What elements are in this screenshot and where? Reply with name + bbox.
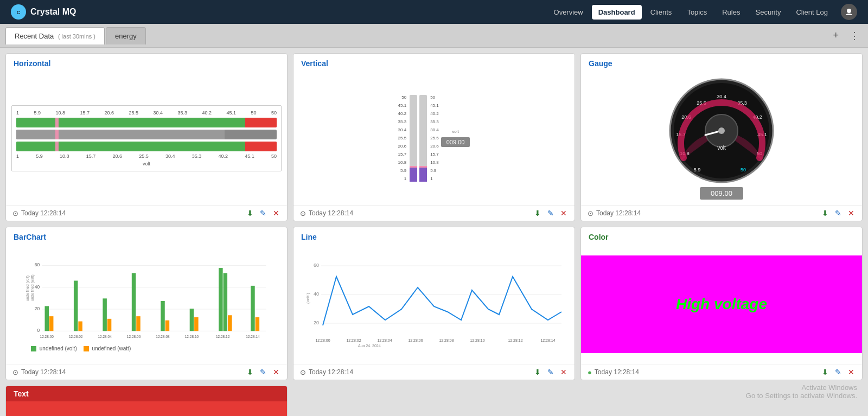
svg-rect-37	[132, 273, 136, 331]
svg-rect-33	[74, 280, 78, 331]
tab-energy-label: energy	[115, 32, 137, 40]
nav-links: Overview Dashboard Clients Topics Rules …	[547, 5, 834, 20]
h-bar-marker-1	[55, 118, 59, 127]
h-scale-bottom: 15.910.815.720.625.530.435.340.245.150	[16, 153, 277, 159]
edit-btn-l[interactable]: ✎	[546, 368, 555, 376]
download-btn-l[interactable]: ⬇	[533, 368, 542, 376]
svg-text:12:28:00: 12:28:00	[40, 334, 54, 338]
widget-gauge: Gauge 5.9 10.8 15.7 20.6 25.5	[580, 53, 863, 221]
footer-actions-h: ⬇ ✎ ✕	[246, 209, 280, 217]
h-bar-2	[16, 130, 277, 139]
line-chart-area: 60 40 20 (volt.) 12:28:00 12:28:02 12	[297, 260, 571, 349]
widget-color-footer: ● Today 12:28:14 ⬇ ✎ ✕	[581, 364, 862, 380]
timestamp-c: Today 12:28:14	[595, 368, 639, 376]
edit-btn-c[interactable]: ✎	[834, 368, 843, 376]
tab-energy[interactable]: energy	[106, 27, 146, 44]
user-avatar[interactable]	[841, 4, 857, 20]
svg-text:60: 60	[314, 263, 319, 268]
vertical-chart: 5045.140.235.330.425.520.615.710.85.91	[398, 95, 439, 182]
delete-btn-h[interactable]: ✕	[272, 209, 280, 217]
svg-rect-42	[194, 317, 199, 331]
edit-btn-g[interactable]: ✎	[834, 209, 843, 217]
delete-btn-bc[interactable]: ✕	[272, 368, 280, 376]
delete-btn-v[interactable]: ✕	[559, 209, 568, 217]
svg-text:20: 20	[35, 306, 40, 311]
v-scale-left: 5045.140.235.330.425.520.615.710.85.91	[398, 95, 408, 182]
edit-btn-bc[interactable]: ✎	[259, 368, 267, 376]
clock-icon-bc: ⊙	[12, 368, 18, 376]
legend-dot-watt	[84, 346, 89, 351]
svg-rect-36	[107, 319, 112, 331]
widget-line-title: Line	[293, 227, 575, 245]
v-marker-2	[419, 166, 427, 168]
download-btn-bc[interactable]: ⬇	[246, 368, 254, 376]
svg-rect-31	[45, 306, 49, 331]
tab-menu-button[interactable]: ⋮	[846, 29, 863, 43]
delete-btn-g[interactable]: ✕	[847, 209, 856, 217]
download-btn-h[interactable]: ⬇	[246, 209, 254, 217]
nav-clients[interactable]: Clients	[644, 5, 679, 20]
nav-dashboard[interactable]: Dashboard	[592, 5, 642, 20]
nav-topics[interactable]: Topics	[680, 5, 713, 20]
svg-text:12:28:00: 12:28:00	[315, 338, 330, 342]
horizontal-chart: 15.910.815.720.625.530.435.340.245.15050	[11, 105, 282, 171]
nav-overview[interactable]: Overview	[547, 5, 590, 20]
svg-rect-43	[219, 268, 223, 331]
main-content: Horizontal 15.910.815.720.625.530.435.34…	[0, 48, 868, 416]
h-bar-green-1	[16, 118, 264, 127]
edit-btn-h[interactable]: ✎	[259, 209, 267, 217]
widget-barchart-title: BarChart	[6, 227, 287, 245]
svg-text:unde fined (watt): unde fined (watt)	[30, 274, 35, 301]
line-svg: 60 40 20 (volt.) 12:28:00 12:28:02 12	[297, 260, 571, 347]
svg-text:0: 0	[37, 328, 40, 333]
svg-rect-38	[136, 316, 141, 331]
widget-barchart: BarChart 60 40 20 0 un	[5, 227, 288, 380]
nav-clientlog[interactable]: Client Log	[789, 5, 834, 20]
widget-color-title: Color	[581, 227, 862, 245]
clock-icon-g: ⊙	[588, 209, 593, 217]
svg-text:1: 1	[697, 176, 700, 181]
widget-horizontal: Horizontal 15.910.815.720.625.530.435.34…	[5, 53, 288, 221]
widget-text-body	[6, 401, 287, 416]
delete-btn-l[interactable]: ✕	[559, 368, 568, 376]
tab-recent-data[interactable]: Recent Data ( last 30mins )	[5, 27, 105, 44]
download-btn-v[interactable]: ⬇	[533, 209, 542, 217]
svg-text:12:28:06: 12:28:06	[408, 338, 423, 342]
widget-barchart-body: 60 40 20 0 unde fined (volt) unde fined …	[6, 245, 287, 364]
svg-rect-44	[224, 273, 228, 331]
brand-logo: C	[11, 4, 26, 20]
speedometer-svg: 5.9 10.8 15.7 20.6 25.5 30.4 35.3 40.2 4…	[667, 76, 776, 185]
watermark-line1: Activate Windows	[746, 383, 857, 392]
download-btn-g[interactable]: ⬇	[821, 209, 829, 217]
nav-security[interactable]: Security	[749, 5, 787, 20]
tab-recent-data-label: Recent Data	[15, 32, 54, 40]
svg-rect-40	[165, 320, 170, 331]
watermark-line2: Go to Settings to activate Windows.	[746, 392, 857, 400]
svg-text:40: 40	[314, 291, 319, 297]
svg-rect-39	[161, 301, 165, 331]
h-bar-green-3	[16, 142, 264, 151]
navbar: C Crystal MQ Overview Dashboard Clients …	[0, 0, 868, 24]
download-btn-c[interactable]: ⬇	[821, 368, 829, 376]
text-top-section	[6, 401, 287, 416]
svg-text:(volt.): (volt.)	[305, 292, 310, 303]
svg-text:12:28:02: 12:28:02	[346, 338, 361, 342]
edit-btn-v[interactable]: ✎	[546, 209, 555, 217]
svg-text:12:28:04: 12:28:04	[377, 338, 392, 342]
svg-rect-47	[256, 317, 260, 331]
footer-left-c: ● Today 12:28:14	[588, 368, 639, 376]
v-display: 009.00	[441, 137, 470, 147]
footer-left-h: ⊙ Today 12:28:14	[12, 209, 66, 217]
svg-text:Aug 24, 2024: Aug 24, 2024	[358, 344, 381, 347]
svg-text:30.4: 30.4	[717, 94, 726, 99]
nav-rules[interactable]: Rules	[716, 5, 746, 20]
footer-left-v: ⊙ Today 12:28:14	[300, 209, 353, 217]
delete-btn-c[interactable]: ✕	[847, 368, 856, 376]
add-tab-button[interactable]: +	[829, 29, 842, 42]
svg-text:12:28:14: 12:28:14	[246, 334, 260, 338]
widget-line-body: 60 40 20 (volt.) 12:28:00 12:28:02 12	[293, 245, 575, 364]
svg-rect-41	[190, 309, 194, 331]
legend-dot-volt	[31, 346, 36, 351]
svg-rect-32	[49, 316, 54, 331]
widget-gauge-body: 5.9 10.8 15.7 20.6 25.5 30.4 35.3 40.2 4…	[581, 71, 862, 205]
